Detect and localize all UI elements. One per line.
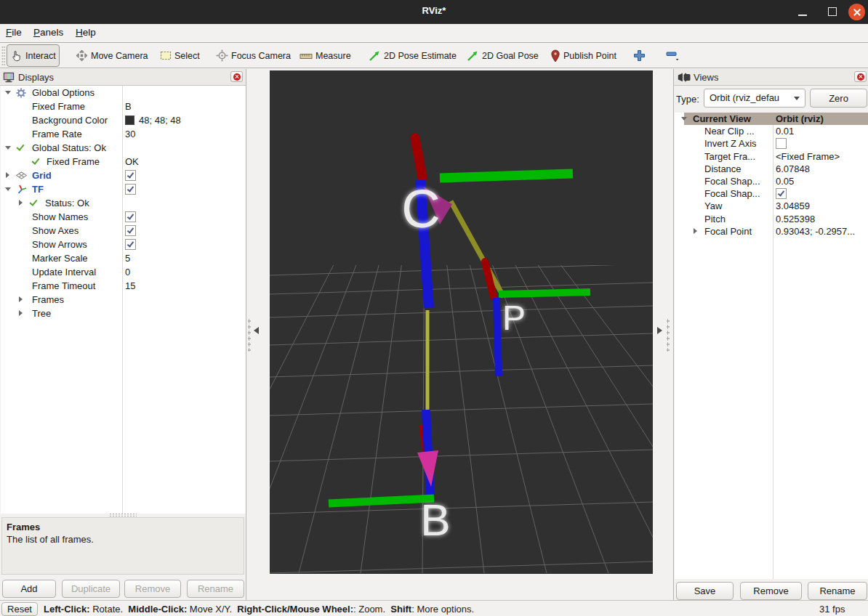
expander-closed-icon[interactable] — [694, 228, 697, 234]
minimize-icon[interactable] — [798, 15, 807, 16]
measure-button[interactable]: Measure — [297, 44, 354, 67]
left-splitter-handle[interactable] — [248, 318, 251, 352]
row-fixed-frame[interactable]: Fixed Frame B — [1, 100, 246, 113]
goal-pose-button[interactable]: 2D Goal Pose — [464, 44, 542, 67]
row-value[interactable]: <Fixed Frame> — [776, 150, 840, 163]
expander-closed-icon[interactable] — [6, 172, 9, 178]
row-current-view[interactable]: Current View Orbit (rviz) — [675, 113, 868, 125]
row-focal-shape-fixed[interactable]: Focal Shap... — [675, 187, 868, 200]
row-grid[interactable]: Grid — [1, 169, 246, 182]
row-show-axes[interactable]: Show Axes — [1, 224, 246, 238]
row-target-frame[interactable]: Target Fra... <Fixed Frame> — [675, 150, 868, 163]
frame-label-c: C — [401, 179, 440, 239]
collapse-right-panel-icon[interactable] — [657, 327, 662, 334]
move-camera-button[interactable]: Move Camera — [73, 44, 151, 67]
expander-open-icon[interactable] — [5, 187, 11, 191]
menu-help[interactable]: Help — [76, 27, 96, 38]
menu-file[interactable]: File — [6, 27, 22, 38]
pose-estimate-button[interactable]: 2D Pose Estimate — [366, 44, 459, 67]
rename-display-button[interactable]: Rename — [187, 580, 244, 598]
displays-close-icon[interactable] — [230, 71, 243, 82]
row-value[interactable]: 0.93043; -0.2957... — [776, 225, 855, 238]
expander-open-icon[interactable] — [5, 146, 11, 150]
tf-axes-icon — [17, 184, 27, 195]
maximize-icon[interactable] — [828, 7, 837, 16]
views-header[interactable]: Views — [674, 69, 868, 86]
horizontal-splitter-handle[interactable] — [109, 513, 137, 516]
row-value[interactable]: 48; 48; 48 — [139, 113, 181, 127]
interact-button[interactable]: Interact — [7, 44, 60, 67]
row-value[interactable]: B — [125, 100, 132, 113]
row-focal-shape-size[interactable]: Focal Shap... 0.05 — [675, 175, 868, 187]
focus-camera-button[interactable]: Focus Camera — [213, 44, 294, 67]
show-arrows-checkbox[interactable] — [125, 239, 136, 250]
expander-closed-icon[interactable] — [19, 310, 23, 316]
reset-button[interactable]: Reset — [1, 602, 38, 616]
tf-enabled-checkbox[interactable] — [125, 184, 136, 195]
row-value[interactable]: 0.01 — [776, 125, 794, 137]
row-frame-timeout[interactable]: Frame Timeout 15 — [1, 279, 246, 293]
row-background-color[interactable]: Background Color 48; 48; 48 — [1, 113, 246, 127]
row-global-status[interactable]: Global Status: Ok — [1, 141, 246, 155]
right-splitter-handle[interactable] — [667, 318, 670, 352]
add-tool-button[interactable] — [630, 44, 649, 67]
views-close-icon[interactable] — [854, 71, 867, 82]
row-value[interactable]: 3.04859 — [776, 200, 810, 212]
row-label: Current View — [693, 113, 751, 125]
rename-view-button[interactable]: Rename — [808, 582, 867, 600]
row-update-interval[interactable]: Update Interval 0 — [1, 265, 246, 279]
toolbar-drag-handle[interactable] — [1, 46, 5, 65]
views-title: Views — [694, 72, 718, 83]
zero-button[interactable]: Zero — [810, 89, 867, 108]
row-fixed-frame-status[interactable]: Fixed Frame OK — [1, 155, 246, 169]
view-type-dropdown[interactable]: Orbit (rviz_defau — [704, 89, 805, 108]
add-display-button[interactable]: Add — [2, 580, 56, 598]
render-viewport[interactable]: C P B — [270, 70, 653, 574]
remove-display-button[interactable]: Remove — [124, 580, 181, 598]
grid-enabled-checkbox[interactable] — [125, 170, 136, 181]
property-description: Frames The list of all frames. — [1, 517, 244, 575]
collapse-left-panel-icon[interactable] — [254, 327, 259, 334]
remove-view-button[interactable]: Remove — [740, 582, 802, 600]
row-value[interactable]: 15 — [125, 279, 135, 293]
row-pitch[interactable]: Pitch 0.525398 — [675, 213, 868, 225]
focal-shape-checkbox[interactable] — [776, 188, 787, 199]
row-value[interactable]: 0.525398 — [776, 213, 815, 225]
row-near-clip[interactable]: Near Clip ... 0.01 — [675, 125, 868, 137]
row-value[interactable]: 5 — [125, 251, 130, 265]
expander-closed-icon[interactable] — [19, 296, 23, 302]
show-axes-checkbox[interactable] — [125, 225, 136, 236]
row-distance[interactable]: Distance 6.07848 — [675, 163, 868, 175]
row-value[interactable]: 0.05 — [776, 175, 794, 187]
row-global-options[interactable]: Global Options — [1, 86, 246, 100]
row-focal-point[interactable]: Focal Point 0.93043; -0.2957... — [675, 225, 868, 238]
titlebar[interactable]: RViz* — [0, 0, 868, 24]
row-show-arrows[interactable]: Show Arrows — [1, 238, 246, 251]
publish-point-button[interactable]: Publish Point — [547, 44, 619, 67]
close-icon[interactable] — [848, 4, 865, 20]
duplicate-display-button[interactable]: Duplicate — [62, 580, 120, 598]
remove-tool-button[interactable] — [662, 44, 683, 67]
row-frame-rate[interactable]: Frame Rate 30 — [1, 127, 246, 141]
expander-open-icon[interactable] — [5, 91, 11, 94]
invert-z-checkbox[interactable] — [776, 138, 787, 149]
row-value[interactable]: 30 — [125, 127, 135, 141]
row-tree[interactable]: Tree — [1, 307, 246, 320]
select-button[interactable]: Select — [157, 44, 203, 67]
row-show-names[interactable]: Show Names — [1, 210, 246, 224]
row-tf[interactable]: TF — [1, 182, 246, 196]
save-view-button[interactable]: Save — [676, 582, 734, 600]
expander-closed-icon[interactable] — [19, 200, 23, 206]
row-yaw[interactable]: Yaw 3.04859 — [675, 200, 868, 212]
menu-panels[interactable]: Panels — [33, 27, 63, 38]
row-tf-status[interactable]: Status: Ok — [1, 196, 246, 210]
row-invert-z[interactable]: Invert Z Axis — [675, 137, 868, 150]
show-names-checkbox[interactable] — [125, 211, 136, 222]
row-marker-scale[interactable]: Marker Scale 5 — [1, 251, 246, 265]
row-value[interactable]: 0 — [125, 265, 130, 279]
displays-header[interactable]: Displays — [0, 69, 246, 86]
row-value[interactable]: 6.07848 — [776, 163, 810, 175]
row-frames[interactable]: Frames — [1, 293, 246, 307]
expander-open-icon[interactable] — [681, 117, 687, 121]
displays-tree: Global Options Fixed Frame B Background … — [1, 86, 246, 514]
